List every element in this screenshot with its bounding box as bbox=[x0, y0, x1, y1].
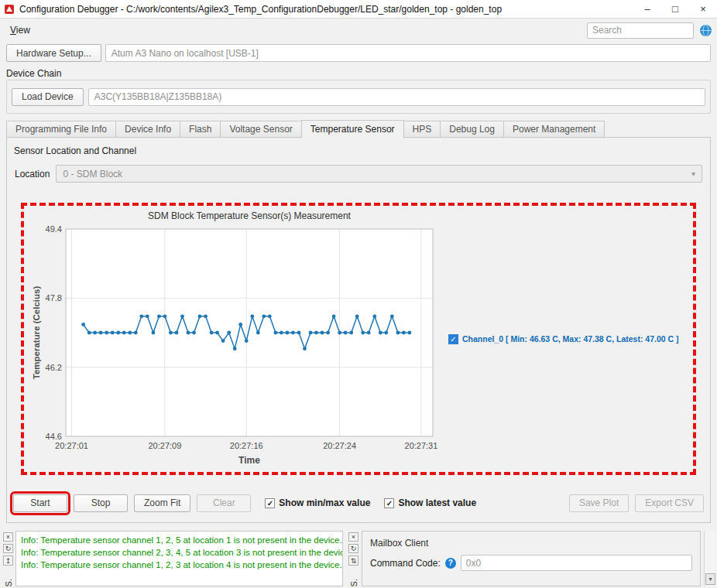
window-title: Configuration Debugger - C:/work/content… bbox=[19, 4, 633, 15]
command-code-input[interactable] bbox=[461, 555, 692, 571]
device-chain-label: Device Chain bbox=[6, 68, 61, 79]
svg-text:Temperature (Celcius): Temperature (Celcius) bbox=[32, 286, 41, 380]
legend-checkbox[interactable]: ✓ bbox=[448, 334, 458, 344]
svg-text:47.8: 47.8 bbox=[46, 293, 62, 303]
save-plot-button[interactable]: Save Plot bbox=[569, 494, 629, 512]
location-row: Location 0 - SDM Block ▾ bbox=[15, 165, 702, 183]
tab-power-management[interactable]: Power Management bbox=[503, 121, 605, 138]
svg-text:20:27:09: 20:27:09 bbox=[148, 441, 181, 450]
check-icon: ✓ bbox=[267, 499, 273, 508]
mailbox-rail-label: S. bbox=[349, 579, 358, 586]
hardware-setup-row: Hardware Setup... Atum A3 Nano on localh… bbox=[6, 44, 711, 62]
messages-refresh-icon[interactable]: ↻ bbox=[3, 544, 13, 553]
annotation-chart-region: SDM Block Temperature Sensor(s) Measurem… bbox=[21, 203, 696, 475]
mailbox-arrow-updown-icon[interactable]: ⇅ bbox=[348, 556, 358, 565]
message-line: Info: Temperature sensor channel 1, 2, 3… bbox=[21, 559, 338, 571]
device-chain-group: Load Device A3C(Y135BB18A|Z135BB18A) bbox=[6, 80, 711, 114]
mailbox-refresh-icon[interactable]: ↻ bbox=[348, 544, 358, 553]
help-icon[interactable]: ? bbox=[445, 558, 456, 569]
tab-temperature-sensor[interactable]: Temperature Sensor bbox=[301, 120, 404, 138]
tab-bar: Programming File Info Device Info Flash … bbox=[6, 119, 711, 138]
tab-debug-log[interactable]: Debug Log bbox=[440, 121, 504, 138]
messages-rail-label: S. bbox=[4, 579, 13, 586]
chart-title: SDM Block Temperature Sensor(s) Measurem… bbox=[66, 210, 433, 224]
chevron-down-icon: ▾ bbox=[691, 169, 695, 178]
show-minmax-label: Show min/max value bbox=[279, 497, 370, 508]
show-minmax-checkbox[interactable]: ✓ bbox=[265, 498, 275, 508]
check-icon: ✓ bbox=[450, 335, 456, 344]
location-value: 0 - SDM Block bbox=[63, 169, 122, 179]
mailbox-client-panel: Mailbox Client Command Code: ? bbox=[362, 531, 701, 586]
mailbox-close-icon[interactable]: × bbox=[348, 532, 358, 542]
svg-text:46.2: 46.2 bbox=[46, 363, 62, 372]
legend-text: Channel_0 [ Min: 46.63 C, Max: 47.38 C, … bbox=[462, 334, 679, 344]
search-input[interactable] bbox=[587, 22, 694, 39]
messages-arrow-up-icon[interactable]: ↥ bbox=[3, 556, 13, 565]
show-minmax-group: ✓ Show min/max value bbox=[265, 497, 370, 508]
svg-text:20:27:01: 20:27:01 bbox=[55, 441, 88, 450]
svg-text:20:27:16: 20:27:16 bbox=[230, 441, 263, 450]
temperature-sensor-panel: Sensor Location and Channel Location 0 -… bbox=[6, 137, 711, 523]
svg-text:20:27:24: 20:27:24 bbox=[323, 441, 356, 450]
vertical-scrollbar[interactable]: ▾ bbox=[704, 531, 716, 586]
legend-stats: [ Min: 46.63 C, Max: 47.38 C, Latest: 47… bbox=[506, 334, 679, 344]
message-line: Info: Temperature sensor channel 2, 3, 4… bbox=[21, 546, 338, 559]
title-bar: Configuration Debugger - C:/work/content… bbox=[0, 0, 717, 19]
show-latest-checkbox[interactable]: ✓ bbox=[384, 498, 394, 508]
start-button[interactable]: Start bbox=[13, 494, 67, 512]
svg-text:20:27:31: 20:27:31 bbox=[405, 441, 438, 450]
export-csv-button[interactable]: Export CSV bbox=[635, 494, 704, 512]
tab-voltage-sensor[interactable]: Voltage Sensor bbox=[220, 121, 301, 138]
load-device-button[interactable]: Load Device bbox=[12, 88, 84, 106]
chart-legend: ✓ Channel_0 [ Min: 46.63 C, Max: 47.38 C… bbox=[441, 210, 687, 467]
svg-text:49.4: 49.4 bbox=[46, 224, 62, 234]
hardware-setup-button[interactable]: Hardware Setup... bbox=[6, 44, 101, 62]
chart-controls-row: Start Stop Zoom Fit Clear ✓ Show min/max… bbox=[13, 494, 704, 512]
tab-device-info[interactable]: Device Info bbox=[115, 121, 180, 138]
messages-close-icon[interactable]: × bbox=[3, 532, 13, 542]
globe-icon[interactable] bbox=[699, 24, 712, 37]
clear-button[interactable]: Clear bbox=[197, 494, 251, 512]
scroll-down-icon[interactable]: ▾ bbox=[705, 573, 715, 585]
location-dropdown[interactable]: 0 - SDM Block ▾ bbox=[56, 165, 702, 183]
close-button[interactable]: × bbox=[689, 0, 717, 18]
tab-programming-file-info[interactable]: Programming File Info bbox=[6, 121, 116, 138]
stop-button[interactable]: Stop bbox=[74, 494, 128, 512]
tab-hps[interactable]: HPS bbox=[403, 121, 441, 138]
command-code-row: Command Code: ? bbox=[362, 553, 700, 573]
legend-channel: Channel_0 bbox=[462, 334, 503, 344]
check-icon: ✓ bbox=[386, 499, 393, 508]
location-label: Location bbox=[15, 169, 50, 179]
menu-view[interactable]: View bbox=[5, 22, 36, 38]
messages-panel: Info: Temperature sensor channel 1, 2, 5… bbox=[15, 531, 343, 586]
sensor-location-label: Sensor Location and Channel bbox=[14, 145, 136, 156]
app-icon bbox=[4, 4, 15, 15]
message-line: Info: Temperature sensor channel 1, 2, 5… bbox=[21, 534, 338, 546]
minimize-button[interactable]: – bbox=[633, 0, 661, 18]
svg-text:44.6: 44.6 bbox=[46, 432, 62, 441]
mailbox-rail: × ↻ ⇅ S. bbox=[348, 532, 359, 586]
show-latest-label: Show latest value bbox=[398, 497, 476, 508]
svg-text:Time: Time bbox=[238, 455, 260, 466]
zoom-fit-button[interactable]: Zoom Fit bbox=[134, 494, 190, 512]
mailbox-title: Mailbox Client bbox=[362, 532, 700, 553]
maximize-button[interactable]: □ bbox=[661, 0, 689, 18]
show-latest-group: ✓ Show latest value bbox=[384, 497, 476, 508]
temperature-chart: 44.646.247.849.420:27:0120:27:0920:27:16… bbox=[30, 224, 441, 467]
device-chain-field: A3C(Y135BB18A|Z135BB18A) bbox=[88, 88, 705, 106]
hardware-device-field: Atum A3 Nano on localhost [USB-1] bbox=[105, 44, 711, 62]
command-code-label: Command Code: bbox=[370, 558, 441, 569]
tab-flash[interactable]: Flash bbox=[180, 121, 221, 138]
chart-column: SDM Block Temperature Sensor(s) Measurem… bbox=[30, 210, 441, 467]
menu-bar: View bbox=[0, 19, 717, 42]
messages-rail: × ↻ ↥ S. bbox=[2, 532, 14, 586]
